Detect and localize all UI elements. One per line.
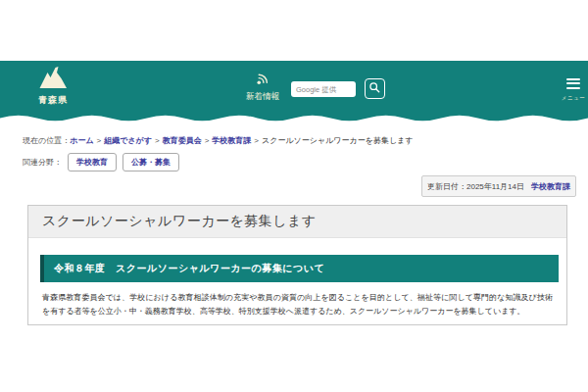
breadcrumb-link-organization[interactable]: 組織でさがす [104,136,152,145]
magnifier-icon [368,81,381,97]
logo-label: 青森県 [27,94,78,107]
broadcast-icon [255,73,271,89]
breadcrumb-label: 現在の位置： [23,136,70,145]
aomori-mountain-icon [37,75,70,92]
breadcrumb-current: スクールソーシャルワーカーを募集します [262,136,413,145]
main-content-box: スクールソーシャルワーカーを募集します 令和８年度 スクールソーシャルワーカーの… [27,205,567,325]
search-button[interactable] [365,78,385,99]
breadcrumb-separator: > [254,136,259,145]
search-input[interactable] [291,81,356,97]
related-fields: 関連分野： 学校教育 公募・募集 [23,153,179,172]
section-heading: 令和８年度 スクールソーシャルワーカーの募集について [40,255,559,282]
new-info-link[interactable]: 新着情報 [237,72,288,103]
new-info-label: 新着情報 [237,91,288,103]
tag-school-education[interactable]: 学校教育 [68,153,117,172]
department-link[interactable]: 学校教育課 [531,181,570,192]
related-fields-label: 関連分野： [23,157,62,168]
breadcrumb: 現在の位置：ホーム>組織でさがす>教育委員会>学校教育課>スクールソーシャルワー… [23,135,413,146]
menu-label: メニュー [561,95,586,102]
site-logo[interactable]: 青森県 [27,66,78,107]
menu-button[interactable]: メニュー [561,77,586,102]
body-paragraph: 青森県教育委員会では、学校における教育相談体制の充実や教員の資質の向上を図ること… [42,291,553,318]
breadcrumb-link-board-of-education[interactable]: 教育委員会 [163,136,202,145]
breadcrumb-separator: > [155,136,160,145]
hamburger-icon [566,78,580,92]
breadcrumb-separator: > [205,136,210,145]
breadcrumb-separator: > [97,136,102,145]
tag-public-recruitment[interactable]: 公募・募集 [122,153,179,172]
breadcrumb-link-school-education[interactable]: 学校教育課 [212,136,251,145]
page: 青森県 新着情報 メニュー 現在の位置：ホーム>組織でさがす>教育委員 [0,0,588,392]
breadcrumb-link-home[interactable]: ホーム [70,136,93,145]
update-info-box: 更新日付：2025年11月14日 学校教育課 [421,175,576,197]
page-title: スクールソーシャルワーカーを募集します [28,206,566,238]
wave-border [0,113,588,123]
update-date: 更新日付：2025年11月14日 [427,181,524,192]
